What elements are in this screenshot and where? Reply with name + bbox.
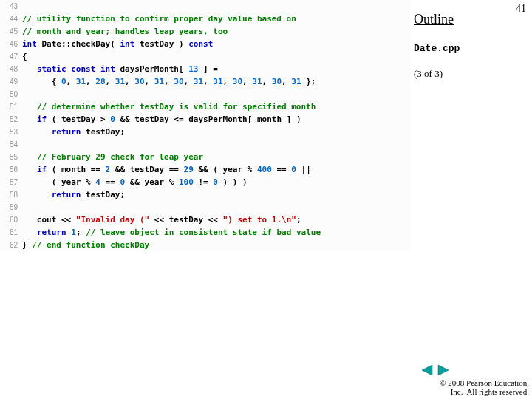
code-text: int Date::checkDay( int testDay ) const: [22, 38, 213, 50]
code-line: 43: [0, 0, 410, 13]
code-line: 57 ( year % 4 == 0 && year % 100 != 0 ) …: [0, 176, 410, 188]
code-text: // February 29 check for leap year: [22, 151, 203, 163]
line-number: 45: [0, 25, 22, 38]
code-line: 49 { 0, 31, 28, 31, 30, 31, 30, 31, 31, …: [0, 75, 410, 88]
code-line: 60 cout << "Invalid day (" << testDay <<…: [0, 214, 410, 226]
code-text: // utility function to confirm proper da…: [22, 13, 296, 25]
code-text: static const int daysPerMonth[ 13 ] =: [22, 63, 218, 75]
copyright-text: © 2008 Pearson Education, Inc. All right…: [440, 378, 529, 396]
code-line: 61 return 1; // leave object in consiste…: [0, 226, 410, 239]
line-number: 54: [0, 138, 22, 151]
code-text: cout << "Invalid day (" << testDay << ")…: [22, 214, 301, 226]
code-text: {: [22, 50, 27, 63]
line-number: 53: [0, 126, 22, 138]
line-number: 49: [0, 75, 22, 88]
code-line: 46int Date::checkDay( int testDay ) cons…: [0, 38, 410, 50]
line-number: 43: [0, 0, 22, 13]
line-number: 58: [0, 188, 22, 201]
line-number: 60: [0, 214, 22, 226]
code-text: { 0, 31, 28, 31, 30, 31, 30, 31, 31, 30,…: [22, 75, 316, 88]
code-text: if ( month == 2 && testDay == 29 && ( ye…: [22, 163, 311, 176]
line-number: 47: [0, 50, 22, 63]
line-number: 46: [0, 38, 22, 50]
line-number: 59: [0, 201, 22, 214]
slide-nav: [420, 364, 451, 377]
code-line: 55 // February 29 check for leap year: [0, 151, 410, 163]
line-number: 52: [0, 113, 22, 126]
part-indicator: (3 of 3): [414, 68, 443, 80]
line-number: 61: [0, 226, 22, 239]
code-text: // determine whether testDay is valid fo…: [22, 100, 316, 113]
svg-marker-1: [438, 365, 449, 375]
code-line: 48 static const int daysPerMonth[ 13 ] =: [0, 63, 410, 75]
line-number: 55: [0, 151, 22, 163]
slide: 4344// utility function to confirm prope…: [0, 0, 532, 399]
triangle-left-icon: [420, 364, 434, 376]
triangle-right-icon: [437, 364, 450, 376]
code-line: 50: [0, 88, 410, 100]
next-slide-button[interactable]: [436, 364, 451, 377]
code-line: 62} // end function checkDay: [0, 239, 410, 251]
code-line: 56 if ( month == 2 && testDay == 29 && (…: [0, 163, 410, 176]
code-text: return 1; // leave object in consistent …: [22, 226, 321, 239]
svg-marker-0: [422, 365, 432, 375]
outline-heading: Outline: [414, 12, 454, 27]
code-line: 58 return testDay;: [0, 188, 410, 201]
code-line: 59: [0, 201, 410, 214]
code-text: return testDay;: [22, 126, 125, 138]
code-text: ( year % 4 == 0 && year % 100 != 0 ) ) ): [22, 176, 248, 188]
line-number: 50: [0, 88, 22, 100]
line-number: 48: [0, 63, 22, 75]
code-line: 52 if ( testDay > 0 && testDay <= daysPe…: [0, 113, 410, 126]
page-number: 41: [516, 3, 526, 15]
line-number: 44: [0, 13, 22, 25]
code-listing: 4344// utility function to confirm prope…: [0, 0, 410, 251]
line-number: 57: [0, 176, 22, 188]
code-text: } // end function checkDay: [22, 239, 149, 251]
code-line: 54: [0, 138, 410, 151]
code-text: if ( testDay > 0 && testDay <= daysPerMo…: [22, 113, 301, 126]
code-text: return testDay;: [22, 188, 125, 201]
code-line: 53 return testDay;: [0, 126, 410, 138]
line-number: 51: [0, 100, 22, 113]
code-line: 51 // determine whether testDay is valid…: [0, 100, 410, 113]
code-line: 45// month and year; handles leap years,…: [0, 25, 410, 38]
prev-slide-button[interactable]: [420, 364, 434, 377]
code-text: // month and year; handles leap years, t…: [22, 25, 228, 38]
line-number: 56: [0, 163, 22, 176]
line-number: 62: [0, 239, 22, 251]
code-line: 47{: [0, 50, 410, 63]
sidebar: 41 Outline Date.cpp (3 of 3): [414, 0, 532, 399]
code-line: 44// utility function to confirm proper …: [0, 13, 410, 25]
source-filename: Date.cpp: [414, 43, 460, 54]
